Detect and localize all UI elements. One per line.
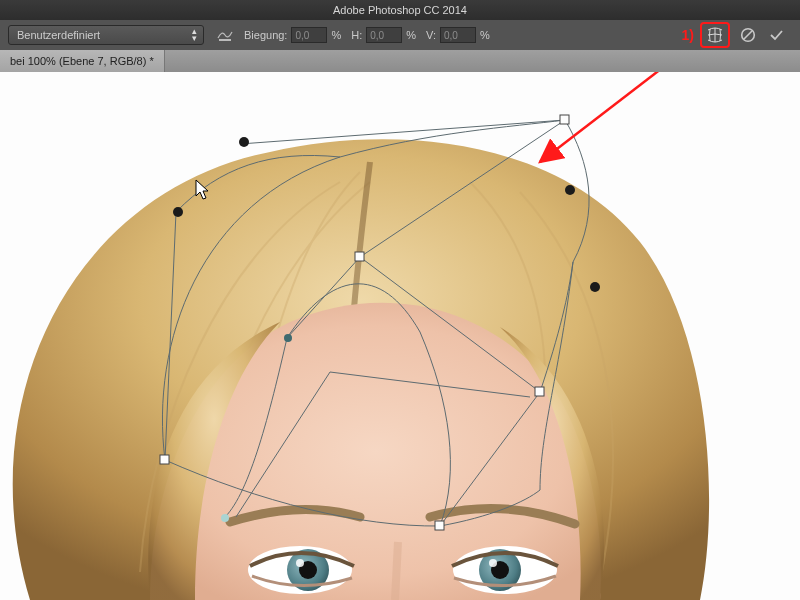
h-input[interactable]: 0,0 [366,27,402,43]
app-title-bar: Adobe Photoshop CC 2014 [0,0,800,20]
document-tab-title: bei 100% (Ebene 7, RGB/8) * [10,55,154,67]
canvas[interactable] [0,72,800,600]
v-label: V: [426,29,436,41]
h-label: H: [351,29,362,41]
app-title: Adobe Photoshop CC 2014 [333,4,467,16]
h-percent: % [406,29,416,41]
annotation-number: 1) [682,27,694,43]
v-percent: % [480,29,490,41]
options-bar: Benutzerdefiniert ▴▾ Biegung: 0,0 % H: 0… [0,20,800,50]
bend-input[interactable]: 0,0 [291,27,327,43]
warp-preset-dropdown[interactable]: Benutzerdefiniert ▴▾ [8,25,204,45]
annotation-highlight-box [700,22,730,48]
v-input[interactable]: 0,0 [440,27,476,43]
toggle-warp-mode-icon[interactable] [705,25,725,45]
dropdown-arrows-icon: ▴▾ [192,28,197,42]
warp-preset-value: Benutzerdefiniert [17,29,100,41]
document-tab-bar: bei 100% (Ebene 7, RGB/8) * [0,50,800,73]
svg-rect-0 [219,39,231,41]
cancel-transform-button[interactable] [738,25,758,45]
annotation-arrow [0,72,800,600]
commit-transform-button[interactable] [766,25,786,45]
svg-line-2 [744,31,752,39]
bend-label: Biegung: [244,29,287,41]
bend-percent: % [331,29,341,41]
warp-orientation-icon[interactable] [216,26,234,44]
document-tab[interactable]: bei 100% (Ebene 7, RGB/8) * [0,50,165,72]
svg-line-23 [540,72,683,162]
